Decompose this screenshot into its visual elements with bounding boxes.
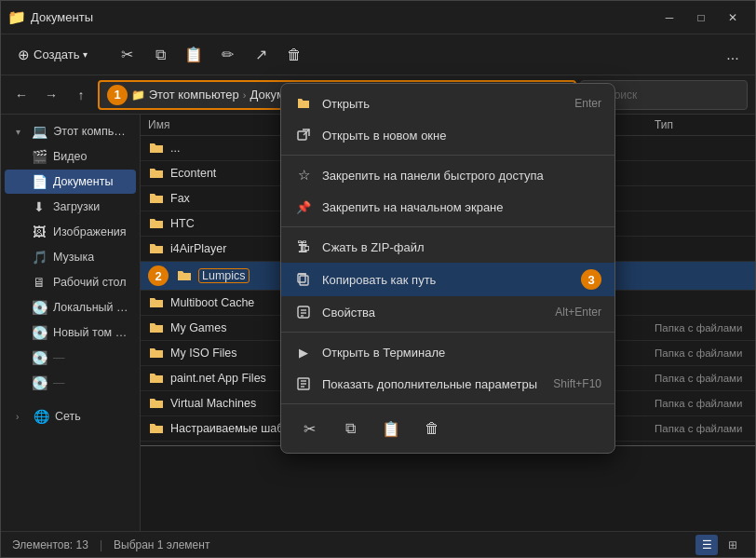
- folder-icon: [148, 294, 165, 311]
- ctx-action-cut[interactable]: ✂: [294, 414, 324, 443]
- ctx-open[interactable]: Открыть Enter: [281, 88, 614, 119]
- maximize-button[interactable]: □: [686, 5, 716, 31]
- more-options-button[interactable]: ...: [718, 40, 748, 70]
- file-name: HTC: [170, 217, 195, 230]
- window-controls: ─ □ ✕: [655, 5, 748, 31]
- sidebar-item-this-pc[interactable]: ▾ 💻 Этот компьютер: [5, 119, 136, 143]
- network-icon: 🌐: [33, 408, 49, 425]
- local-disk-icon: 💽: [31, 299, 47, 316]
- new-vol-label: Новый том (D:): [53, 326, 128, 339]
- sidebar-item-network[interactable]: › 🌐 Сеть: [5, 404, 136, 429]
- desktop-icon: 🖥: [31, 274, 47, 291]
- ctx-pin-start[interactable]: 📌 Закрепить на начальном экране: [281, 191, 614, 223]
- ctx-action-delete[interactable]: 🗑: [417, 414, 447, 443]
- ctx-open-shortcut: Enter: [574, 97, 601, 110]
- ctx-properties-icon: [294, 303, 313, 321]
- address-crumb-sep1: ›: [243, 89, 247, 101]
- create-button[interactable]: ⊕ Создать ▾: [8, 42, 97, 68]
- sidebar-item-local-disk[interactable]: 💽 Локальный диск: [5, 295, 136, 320]
- folder-icon: [148, 395, 165, 412]
- ctx-terminal[interactable]: ▶ Открыть в Терминале: [281, 336, 614, 368]
- grid-view-button[interactable]: ⊞: [722, 535, 744, 555]
- this-pc-label: Этот компьютер: [53, 125, 128, 138]
- sidebar-item-desktop[interactable]: 🖥 Рабочий стол: [5, 270, 136, 294]
- folder-icon: [148, 165, 165, 182]
- ctx-copy-path-label: Копировать как путь: [322, 273, 566, 287]
- file-name: paint.net App Files: [170, 372, 266, 385]
- ctx-pin-quick-label: Закрепить на панели быстрого доступа: [322, 169, 601, 183]
- file-name: Econtent: [170, 167, 216, 180]
- forward-button[interactable]: →: [38, 82, 64, 108]
- ctx-open-new-label: Открыть в новом окне: [322, 129, 592, 143]
- blank2-icon: 💽: [31, 374, 47, 391]
- ctx-pin-quick[interactable]: ☆ Закрепить на панели быстрого доступа: [281, 159, 614, 191]
- back-button[interactable]: ←: [8, 82, 34, 108]
- close-button[interactable]: ✕: [718, 5, 748, 31]
- sidebar-item-downloads[interactable]: ⬇ Загрузки: [5, 195, 136, 219]
- ctx-action-copy[interactable]: ⧉: [335, 414, 365, 443]
- ctx-properties[interactable]: Свойства Alt+Enter: [281, 296, 614, 328]
- ctx-compress[interactable]: 🗜 Сжать в ZIP-файл: [281, 231, 614, 263]
- blank2-label: —: [53, 376, 65, 389]
- file-type: Папка с файлами: [655, 373, 748, 384]
- file-type: Папка с файлами: [655, 322, 748, 333]
- ctx-action-paste[interactable]: 📋: [376, 414, 406, 443]
- sidebar-item-video[interactable]: 🎬 Видео: [5, 144, 136, 169]
- sidebar-item-docs[interactable]: 📄 Документы: [5, 170, 136, 194]
- svg-rect-1: [300, 276, 308, 285]
- step-badge-2: 2: [148, 265, 169, 286]
- ctx-compress-icon: 🗜: [294, 238, 313, 256]
- new-vol-icon: 💽: [31, 324, 47, 341]
- sidebar-item-music[interactable]: 🎵 Музыка: [5, 245, 136, 269]
- ctx-more-params-icon: [294, 374, 313, 393]
- network-label: Сеть: [55, 410, 81, 423]
- svg-rect-0: [298, 131, 306, 140]
- file-name: Lumpics: [198, 268, 250, 283]
- this-pc-icon: 💻: [31, 123, 47, 140]
- folder-icon: [148, 190, 165, 207]
- ctx-more-params[interactable]: Показать дополнительные параметры Shift+…: [281, 368, 614, 400]
- paste-button[interactable]: 📋: [179, 40, 209, 70]
- ctx-compress-label: Сжать в ZIP-файл: [322, 240, 601, 254]
- sidebar-item-new-vol[interactable]: 💽 Новый том (D:): [5, 320, 136, 345]
- sidebar-item-images[interactable]: 🖼 Изображения: [5, 220, 136, 244]
- copy-button[interactable]: ⧉: [145, 40, 175, 70]
- minimize-button[interactable]: ─: [655, 5, 684, 31]
- file-name: ...: [170, 142, 180, 155]
- status-sep: |: [100, 538, 102, 551]
- rename-button[interactable]: ✏: [212, 40, 242, 70]
- folder-icon: [148, 420, 165, 437]
- main-window: 📁 Документы ─ □ ✕ ⊕ Создать ▾ ✂ ⧉ 📋 ✏ ↗ …: [0, 0, 756, 558]
- share-button[interactable]: ↗: [246, 40, 276, 70]
- cut-button[interactable]: ✂: [112, 40, 142, 70]
- sidebar-item-blank2[interactable]: 💽 —: [5, 371, 136, 395]
- context-menu: Открыть Enter Открыть в новом окне ☆ Зак…: [280, 83, 615, 454]
- ctx-terminal-icon: ▶: [294, 343, 313, 361]
- folder-icon: [176, 267, 193, 284]
- folder-icon: [148, 140, 165, 157]
- expand-icon: ▾: [16, 127, 25, 137]
- list-view-button[interactable]: ☰: [695, 535, 718, 555]
- ctx-divider-1: [281, 155, 614, 156]
- file-type: Папка с файлами: [655, 398, 748, 409]
- ctx-divider-4: [281, 403, 614, 404]
- ctx-more-params-shortcut: Shift+F10: [553, 377, 601, 390]
- blank1-label: —: [53, 351, 65, 364]
- ctx-copy-path-icon: [294, 270, 313, 289]
- sidebar-item-blank1[interactable]: 💽 —: [5, 346, 136, 370]
- desktop-label: Рабочий стол: [53, 276, 126, 289]
- ctx-open-new[interactable]: Открыть в новом окне: [281, 119, 614, 151]
- ctx-copy-path[interactable]: Копировать как путь 3: [281, 263, 614, 296]
- delete-button[interactable]: 🗑: [279, 40, 309, 70]
- local-disk-label: Локальный диск: [53, 301, 128, 314]
- title-bar: 📁 Документы ─ □ ✕: [1, 1, 755, 34]
- ctx-properties-shortcut: Alt+Enter: [555, 306, 601, 319]
- status-bar: Элементов: 13 | Выбран 1 элемент ☰ ⊞: [1, 531, 755, 557]
- create-icon: ⊕: [18, 47, 30, 63]
- ctx-terminal-label: Открыть в Терминале: [322, 346, 601, 360]
- images-icon: 🖼: [31, 224, 47, 240]
- folder-icon: [148, 240, 165, 257]
- title-icon: 📁: [8, 9, 25, 26]
- up-button[interactable]: ↑: [68, 82, 94, 108]
- blank1-icon: 💽: [31, 349, 47, 366]
